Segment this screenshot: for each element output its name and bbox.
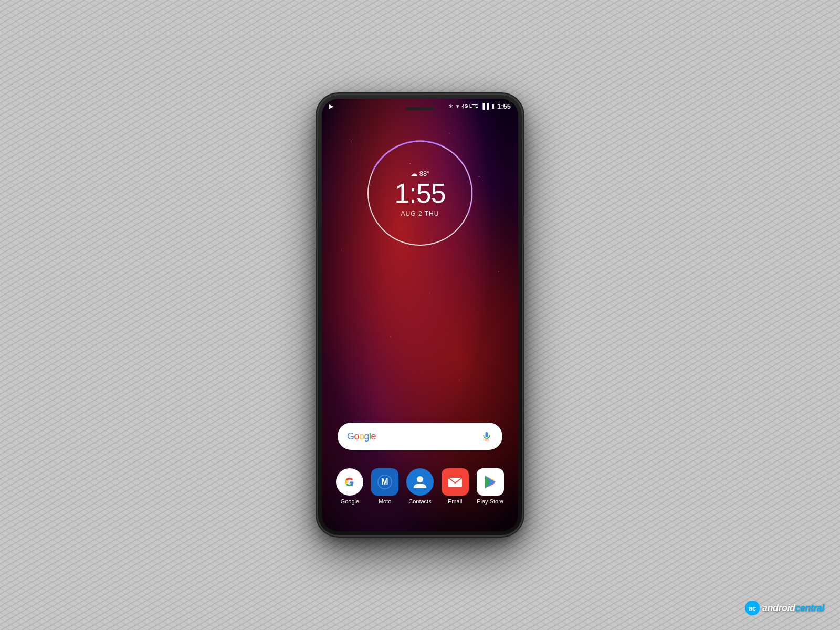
watermark-text: androidcentral xyxy=(762,603,824,614)
moto-app-label: Moto xyxy=(379,498,391,505)
google-app-icon[interactable] xyxy=(336,468,363,496)
status-time: 1:55 xyxy=(497,102,511,110)
email-app-icon[interactable] xyxy=(442,468,469,496)
dock-item-contacts[interactable]: Contacts xyxy=(404,468,436,505)
status-bar: ▶ ∗ ▾ 4G LTE ▐▐ ▮ 1:55 xyxy=(322,99,518,113)
weather-icon: ☁ xyxy=(411,170,417,177)
google-notification-dot xyxy=(358,469,362,474)
temperature-display: 88° xyxy=(419,170,430,177)
play-store-notification-icon: ▶ xyxy=(329,103,333,110)
status-left-icons: ▶ xyxy=(329,103,333,110)
app-dock: Google M Moto xyxy=(322,463,518,521)
svg-rect-0 xyxy=(486,432,488,437)
dock-item-email[interactable]: Email xyxy=(439,468,471,505)
phone-screen: ▶ ∗ ▾ 4G LTE ▐▐ ▮ 1:55 ☁ 88° 1:55 AUG 2 … xyxy=(322,99,518,531)
wifi-icon: ▾ xyxy=(456,103,459,110)
volume-up-button[interactable] xyxy=(316,200,318,220)
moto-app-icon[interactable]: M xyxy=(371,468,398,496)
voice-search-button[interactable] xyxy=(479,429,494,444)
power-button[interactable] xyxy=(522,215,524,244)
playstore-app-label: Play Store xyxy=(477,498,503,505)
clock-time: 1:55 xyxy=(394,180,445,207)
status-right-icons: ∗ ▾ 4G LTE ▐▐ ▮ 1:55 xyxy=(448,102,511,110)
signal-icon: ▐▐ xyxy=(480,103,489,109)
clock-widget: ☁ 88° 1:55 AUG 2 THU xyxy=(368,141,472,246)
earpiece xyxy=(406,107,435,110)
playstore-app-icon[interactable] xyxy=(477,468,504,496)
contacts-app-icon[interactable] xyxy=(406,468,434,496)
phone-device: ▶ ∗ ▾ 4G LTE ▐▐ ▮ 1:55 ☁ 88° 1:55 AUG 2 … xyxy=(318,94,522,536)
google-logo: Google xyxy=(347,431,376,442)
svg-text:ac: ac xyxy=(749,604,756,612)
email-app-label: Email xyxy=(448,498,463,505)
dock-item-playstore[interactable]: Play Store xyxy=(475,468,506,505)
clock-circle: ☁ 88° 1:55 AUG 2 THU xyxy=(368,141,472,246)
bluetooth-icon: ∗ xyxy=(448,102,454,110)
dock-item-google[interactable]: Google xyxy=(334,468,365,505)
volume-down-button[interactable] xyxy=(316,228,318,249)
google-search-bar[interactable]: Google xyxy=(338,423,502,450)
weather-display: ☁ 88° xyxy=(411,170,430,177)
front-camera-icon xyxy=(472,105,476,109)
ac-logo-icon: ac xyxy=(745,601,760,615)
battery-icon: ▮ xyxy=(491,103,495,110)
contacts-app-label: Contacts xyxy=(408,498,431,505)
dock-item-moto[interactable]: M Moto xyxy=(369,468,401,505)
google-app-label: Google xyxy=(341,498,359,505)
watermark-logo: ac androidcentral xyxy=(745,601,824,615)
androidcentral-watermark: ac androidcentral xyxy=(745,601,824,615)
svg-point-6 xyxy=(417,476,423,482)
clock-date: AUG 2 THU xyxy=(401,210,439,217)
svg-text:M: M xyxy=(382,477,388,486)
